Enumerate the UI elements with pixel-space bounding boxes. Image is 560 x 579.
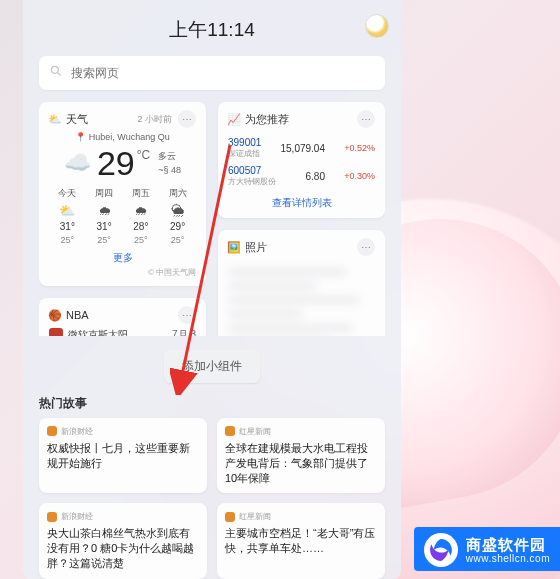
team-a-logo — [49, 328, 63, 336]
weather-unit: °C — [137, 148, 150, 162]
stocks-card[interactable]: 📈 为您推荐 ⋯ 399001 深证成指 15,079.04 +0.52% — [218, 102, 385, 218]
day-label: 周四 — [95, 187, 113, 200]
nba-card[interactable]: 🏀 NBA ⋯ 微软克斯太阳 7月 3 密尔沃基鹿 2季更新 更多 NBA — [39, 298, 206, 336]
site-name: 商盛软件园 — [466, 536, 550, 553]
widgets-panel: 上午11:14 ⛅ 天气 2 小时前 ⋯ � — [23, 0, 401, 579]
day-lo: 25° — [171, 235, 185, 245]
news-source-icon — [225, 512, 235, 522]
search-box[interactable] — [39, 56, 385, 90]
nba-icon: 🏀 — [49, 309, 61, 321]
news-source-icon — [225, 426, 235, 436]
stocks-more-link[interactable]: 查看详情列表 — [228, 196, 375, 210]
avatar[interactable] — [365, 14, 389, 38]
day-icon: 🌧 — [98, 203, 111, 218]
news-title: 权威快报丨七月，这些重要新规开始施行 — [47, 441, 199, 471]
photos-title: 照片 — [245, 240, 267, 255]
stock-sym: 600507 — [228, 165, 274, 176]
photos-icon: 🖼️ — [228, 241, 240, 253]
weather-more-icon[interactable]: ⋯ — [178, 110, 196, 128]
search-input[interactable] — [71, 66, 375, 80]
day-label: 周五 — [132, 187, 150, 200]
news-card[interactable]: 新浪财经 权威快报丨七月，这些重要新规开始施行 — [39, 418, 207, 494]
day-hi: 28° — [133, 221, 148, 232]
stock-row[interactable]: 600507 方大特钢股份 6.80 +0.30% — [228, 162, 375, 190]
svg-line-1 — [58, 73, 61, 76]
news-card[interactable]: 红星新闻 全球在建规模最大水电工程投产发电背后：气象部门提供了10年保障 — [217, 418, 385, 494]
weather-interval: 2 小时前 — [137, 113, 172, 126]
news-source: 新浪财经 — [61, 511, 93, 522]
news-card[interactable]: 新浪财经 央大山茶白棉丝气热水到底有没有用？0 糖0卡为什么越喝越胖？这篇说清楚 — [39, 503, 207, 579]
weather-more-link[interactable]: 更多 — [49, 251, 196, 265]
weather-cond: 多云 — [158, 150, 181, 163]
add-widget-button[interactable]: 添加小组件 — [164, 350, 260, 383]
weather-location: Hubei, Wuchang Qu — [89, 132, 170, 142]
day-hi: 31° — [97, 221, 112, 232]
stock-val: 15,079.04 — [274, 143, 325, 154]
news-source: 红星新闻 — [239, 426, 271, 437]
photos-body — [228, 262, 375, 336]
stock-sym: 399001 — [228, 137, 274, 148]
site-badge: 商盛软件园 www.shellcn.com — [414, 527, 560, 571]
day-hi: 31° — [60, 221, 75, 232]
photos-more-icon[interactable]: ⋯ — [357, 238, 375, 256]
forecast-row: 今天⛅31°25° 周四🌧31°25° 周五🌧28°25° 周六🌦29°25° — [49, 187, 196, 245]
svg-point-0 — [51, 66, 58, 73]
news-source: 新浪财经 — [61, 426, 93, 437]
day-icon: 🌧 — [134, 203, 147, 218]
weather-icon: ⛅ — [49, 113, 61, 125]
stock-chg: +0.52% — [325, 143, 375, 153]
news-card[interactable]: 红星新闻 主要城市空档足！“老大哥”有压快，共享单车处…… — [217, 503, 385, 579]
day-hi: 29° — [170, 221, 185, 232]
stock-sub: 深证成指 — [228, 148, 274, 159]
weather-card[interactable]: ⛅ 天气 2 小时前 ⋯ 📍 Hubei, Wuchang Qu ☁️ 29 °… — [39, 102, 206, 286]
news-source: 红星新闻 — [239, 511, 271, 522]
news-source-icon — [47, 512, 57, 522]
nba-title: NBA — [66, 309, 89, 321]
day-lo: 25° — [134, 235, 148, 245]
stock-row[interactable]: 399001 深证成指 15,079.04 +0.52% — [228, 134, 375, 162]
weather-temp: 29 — [97, 144, 135, 183]
day-lo: 25° — [97, 235, 111, 245]
stocks-title: 为您推荐 — [245, 112, 289, 127]
news-heading: 热门故事 — [39, 395, 385, 412]
weather-aqi: ~§ 48 — [158, 165, 181, 175]
day-icon: ⛅ — [59, 203, 75, 218]
search-icon — [49, 64, 71, 82]
news-source-icon — [47, 426, 57, 436]
stocks-icon: 📈 — [228, 113, 240, 125]
topbar: 上午11:14 — [39, 12, 385, 48]
team-a-name: 微软克斯太阳 — [68, 328, 128, 336]
day-label: 今天 — [58, 187, 76, 200]
day-icon: 🌦 — [171, 203, 184, 218]
day-lo: 25° — [61, 235, 75, 245]
stock-sub: 方大特钢股份 — [228, 176, 276, 187]
stock-chg: +0.30% — [325, 171, 375, 181]
photos-card[interactable]: 🖼️ 照片 ⋯ — [218, 230, 385, 336]
stocks-more-icon[interactable]: ⋯ — [357, 110, 375, 128]
weather-attr: © 中国天气网 — [49, 267, 196, 278]
weather-title: 天气 — [66, 112, 88, 127]
cloud-icon: ☁️ — [64, 150, 91, 176]
nba-more-icon[interactable]: ⋯ — [178, 306, 196, 324]
news-title: 主要城市空档足！“老大哥”有压快，共享单车处…… — [225, 526, 377, 556]
news-title: 全球在建规模最大水电工程投产发电背后：气象部门提供了10年保障 — [225, 441, 377, 486]
nba-date: 7月 3 — [172, 328, 196, 336]
site-logo-icon — [424, 533, 458, 567]
news-section: 热门故事 新浪财经 权威快报丨七月，这些重要新规开始施行 红星新闻 全球在建规模… — [39, 393, 385, 579]
news-title: 央大山茶白棉丝气热水到底有没有用？0 糖0卡为什么越喝越胖？这篇说清楚 — [47, 526, 199, 571]
stock-val: 6.80 — [276, 171, 325, 182]
site-url: www.shellcn.com — [466, 553, 550, 565]
day-label: 周六 — [169, 187, 187, 200]
clock: 上午11:14 — [169, 17, 255, 43]
